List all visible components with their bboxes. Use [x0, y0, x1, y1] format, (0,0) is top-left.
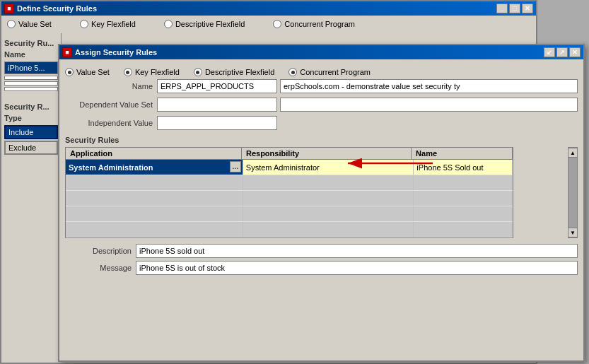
outer-radio-keyflexfield[interactable]: Key Flexfield: [80, 20, 136, 28]
cell-responsibility-2: [243, 175, 414, 190]
message-label: Message: [65, 264, 136, 272]
cell-name-2: [414, 175, 513, 190]
description-input[interactable]: [136, 244, 578, 258]
scroll-track: [568, 158, 577, 228]
inner-radio-concurrentprogram[interactable]: Concurrent Program: [288, 68, 371, 76]
header-name: Name: [412, 148, 513, 159]
independent-value-label: Independent Value: [65, 119, 157, 127]
outer-radio-descriptiveflexfield-circle: [164, 20, 173, 28]
list-item-3[interactable]: [4, 81, 58, 86]
outer-radio-concurrentprogram-label: Concurrent Program: [284, 20, 355, 28]
table-body: System Administration … System Administr…: [66, 160, 513, 237]
name-extra-input[interactable]: [280, 79, 578, 93]
outer-minimize-button[interactable]: _: [496, 4, 508, 13]
list-item-4[interactable]: [4, 87, 58, 91]
inner-titlebar-controls: ↙ ↗ ✕: [544, 47, 581, 57]
table-container: Application Responsibility Name System A…: [65, 147, 578, 238]
cell-responsibility-4: [243, 206, 414, 221]
dependent-value-set-extra-input[interactable]: [280, 98, 578, 112]
include-button[interactable]: Include: [4, 125, 58, 139]
inner-window: ■ Assign Security Rules ↙ ↗ ✕ Value Set …: [58, 44, 585, 362]
inner-window-title: Assign Security Rules: [75, 48, 157, 57]
cell-application-1: System Administration …: [66, 160, 243, 175]
outer-radio-row: Value Set Key Flexfield Descriptive Flex…: [1, 16, 536, 33]
inner-radio-keyflexfield[interactable]: Key Flexfield: [124, 68, 180, 76]
cell-name-5: [414, 222, 513, 237]
type-section: Security R... Type Include Exclude: [4, 102, 58, 155]
outer-radio-keyflexfield-circle: [80, 20, 88, 28]
dependent-value-set-input[interactable]: [157, 98, 277, 112]
outer-radio-valueset[interactable]: Value Set: [7, 20, 52, 28]
outer-radio-descriptiveflexfield-label: Descriptive Flexfield: [175, 20, 245, 28]
inner-radio-concurrentprogram-circle: [288, 68, 297, 76]
inner-radio-keyflexfield-label: Key Flexfield: [135, 68, 180, 76]
name-input[interactable]: [157, 79, 277, 93]
outer-window: ■ Define Security Rules _ □ ✕ Value Set …: [0, 0, 537, 364]
inner-close-button[interactable]: ✕: [569, 47, 581, 57]
inner-titlebar: ■ Assign Security Rules ↙ ↗ ✕: [59, 45, 583, 59]
name-field-label: Name: [65, 82, 157, 90]
header-responsibility: Responsibility: [242, 148, 412, 159]
cell-application-3: [66, 191, 243, 206]
outer-radio-valueset-label: Value Set: [18, 20, 52, 28]
type-label: Type: [4, 114, 58, 122]
table-row[interactable]: System Administration … System Administr…: [66, 160, 513, 175]
list-item-iphone[interactable]: iPhone 5...: [4, 61, 58, 74]
table-row[interactable]: [66, 191, 513, 206]
inner-resize2-button[interactable]: ↗: [556, 47, 568, 57]
inner-resize1-button[interactable]: ↙: [544, 47, 555, 57]
inner-radio-keyflexfield-circle: [124, 68, 132, 76]
inner-radio-valueset-label: Value Set: [76, 68, 110, 76]
cell-responsibility-1: System Administrator: [243, 160, 414, 175]
cell-application-4: [66, 206, 243, 221]
outer-radio-keyflexfield-label: Key Flexfield: [91, 20, 136, 28]
dependent-value-set-row: Dependent Value Set: [65, 98, 578, 112]
inner-radio-valueset-circle: [65, 68, 74, 76]
inner-content: Value Set Key Flexfield Descriptive Flex…: [59, 59, 583, 283]
scroll-up-button[interactable]: ▲: [568, 148, 578, 158]
list-item-2[interactable]: [4, 76, 58, 80]
security-rules-table: Application Responsibility Name System A…: [65, 147, 513, 238]
outer-window-icon: ■: [4, 4, 14, 13]
message-input[interactable]: [136, 261, 578, 275]
header-application: Application: [66, 148, 242, 159]
table-row[interactable]: [66, 222, 513, 237]
independent-value-row: Independent Value: [65, 116, 578, 130]
outer-close-button[interactable]: ✕: [522, 4, 533, 13]
table-row[interactable]: [66, 206, 513, 222]
outer-titlebar: ■ Define Security Rules _ □ ✕: [1, 1, 536, 16]
outer-radio-concurrentprogram-circle: [273, 20, 281, 28]
scrollbar: ▲ ▼: [568, 147, 578, 238]
independent-value-input[interactable]: [157, 116, 277, 130]
inner-radio-concurrentprogram-label: Concurrent Program: [300, 68, 371, 76]
outer-radio-valueset-circle: [7, 20, 16, 28]
message-row: Message: [65, 261, 578, 275]
cell-name-1: iPhone 5S Sold out: [414, 160, 513, 175]
outer-radio-concurrentprogram[interactable]: Concurrent Program: [273, 20, 355, 28]
cell-responsibility-3: [243, 191, 414, 206]
app-dropdown-button-1[interactable]: …: [230, 161, 241, 172]
security-r-label: Security R...: [4, 102, 58, 111]
exclude-button[interactable]: Exclude: [4, 141, 58, 155]
outer-radio-descriptiveflexfield[interactable]: Descriptive Flexfield: [164, 20, 245, 28]
dependent-value-set-label: Dependent Value Set: [65, 100, 157, 109]
outer-maximize-button[interactable]: □: [509, 4, 520, 13]
security-rules-section: Security Rules Application Responsibilit…: [65, 136, 578, 238]
description-row: Description: [65, 244, 578, 258]
name-row: Name: [65, 79, 578, 93]
inner-radio-row: Value Set Key Flexfield Descriptive Flex…: [65, 65, 578, 79]
security-rules-label: Security Ru...: [4, 39, 58, 47]
cell-name-4: [414, 206, 513, 221]
outer-titlebar-controls: _ □ ✕: [496, 4, 533, 13]
table-header: Application Responsibility Name: [66, 148, 513, 160]
name-label: Name: [4, 50, 58, 59]
description-label: Description: [65, 247, 136, 255]
bottom-form: Description Message: [65, 244, 578, 275]
inner-radio-valueset[interactable]: Value Set: [65, 68, 110, 76]
table-row[interactable]: [66, 175, 513, 191]
scroll-down-button[interactable]: ▼: [568, 228, 578, 237]
inner-window-icon: ■: [62, 47, 72, 57]
outer-window-title: Define Security Rules: [17, 4, 97, 13]
inner-radio-descriptiveflexfield-label: Descriptive Flexfield: [205, 68, 274, 76]
inner-radio-descriptiveflexfield[interactable]: Descriptive Flexfield: [194, 68, 274, 76]
